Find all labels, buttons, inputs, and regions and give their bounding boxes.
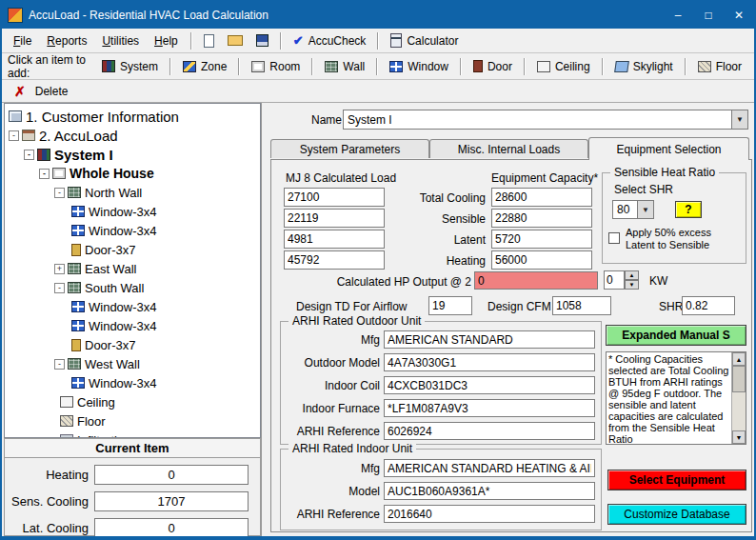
- wall-icon: [68, 263, 81, 274]
- outdoor-arhi-reference-input[interactable]: [384, 422, 595, 440]
- shr-combobox[interactable]: 80 ▼: [612, 200, 654, 219]
- tree-item-label: Window-3x4: [89, 205, 157, 219]
- chevron-up-icon: ▲: [629, 272, 635, 278]
- tree-item-window[interactable]: Window-3x4: [5, 202, 260, 221]
- expanded-manual-s-button[interactable]: Expanded Manual S: [606, 325, 746, 346]
- dropdown-button[interactable]: ▼: [731, 110, 747, 129]
- design-cfm-input[interactable]: [552, 296, 611, 315]
- tree-collapse-icon[interactable]: -: [24, 150, 34, 160]
- add-window-button[interactable]: Window: [383, 58, 455, 75]
- scrollbar-thumb[interactable]: [732, 366, 746, 392]
- menu-reports[interactable]: Reports: [39, 31, 94, 50]
- menu-help[interactable]: Help: [147, 31, 186, 50]
- tree-item-whole-house[interactable]: -Whole House: [5, 164, 260, 183]
- hp-output-field[interactable]: [474, 271, 598, 290]
- open-folder-icon: [228, 35, 243, 46]
- apply-excess-checkbox[interactable]: [608, 232, 620, 244]
- spinner-up-button[interactable]: ▲: [625, 270, 639, 280]
- spinner-down-button[interactable]: ▼: [625, 280, 639, 290]
- add-ceiling-button[interactable]: Ceiling: [530, 58, 597, 75]
- customize-database-button[interactable]: Customize Database: [607, 504, 746, 525]
- mj8-heating-input[interactable]: [284, 250, 385, 270]
- tree-item-window[interactable]: Window-3x4: [5, 297, 260, 316]
- tree-item-system-i[interactable]: -System I: [5, 145, 260, 164]
- tree-item-floor[interactable]: Floor: [5, 411, 260, 430]
- tree-item-south-wall[interactable]: -South Wall: [5, 278, 260, 297]
- tree-collapse-icon[interactable]: -: [54, 359, 65, 370]
- open-button[interactable]: [221, 33, 249, 48]
- tree-item-east-wall[interactable]: +East Wall: [5, 259, 260, 278]
- tree-collapse-icon[interactable]: -: [9, 130, 19, 141]
- save-button[interactable]: [249, 32, 275, 49]
- tree-item-accuload[interactable]: -2. AccuLoad: [5, 126, 260, 145]
- tree-item-infiltration[interactable]: Infiltration: [5, 430, 260, 438]
- shr-help-button[interactable]: ?: [675, 201, 702, 218]
- indoor-mfg-input[interactable]: [384, 459, 595, 477]
- dropdown-button[interactable]: ▼: [637, 201, 653, 218]
- shr-input[interactable]: [682, 296, 735, 315]
- scroll-down-button[interactable]: ▼: [732, 430, 746, 444]
- chevron-down-icon: ▼: [629, 282, 635, 288]
- menu-file[interactable]: File: [6, 31, 39, 50]
- mj8-total-cooling-input[interactable]: [284, 188, 385, 207]
- chevron-down-icon: ▼: [736, 434, 743, 441]
- add-floor-button[interactable]: Floor: [691, 58, 748, 75]
- tree-collapse-icon[interactable]: -: [54, 188, 65, 198]
- tab-system-parameters[interactable]: System Parameters: [270, 139, 429, 158]
- tree-collapse-icon[interactable]: -: [54, 283, 65, 293]
- tree-item-west-wall[interactable]: -West Wall: [5, 354, 260, 373]
- add-door-button[interactable]: Door: [467, 58, 519, 75]
- select-equipment-button[interactable]: Select Equipment: [607, 470, 746, 490]
- capacity-latent-input[interactable]: [491, 230, 592, 249]
- indoor-furnace-input[interactable]: [384, 399, 595, 417]
- outdoor-mfg-input[interactable]: [384, 330, 595, 349]
- indoor-arhi-reference-input[interactable]: [384, 505, 595, 523]
- indoor-model-input[interactable]: [384, 482, 595, 500]
- capacity-sensible-input[interactable]: [491, 209, 592, 228]
- add-skylight-button[interactable]: Skylight: [608, 58, 680, 75]
- add-system-button[interactable]: System: [95, 58, 165, 75]
- tree-item-north-wall[interactable]: -North Wall: [5, 183, 260, 202]
- tab-misc-internal-loads[interactable]: Misc. Internal Loads: [429, 139, 588, 158]
- door-icon: [473, 60, 483, 72]
- tree-item-door[interactable]: Door-3x7: [5, 240, 260, 259]
- mj8-latent-input[interactable]: [284, 230, 385, 249]
- chevron-down-icon: ▼: [736, 115, 744, 124]
- calculator-button[interactable]: Calculator: [384, 31, 465, 50]
- menu-utilities[interactable]: Utilities: [94, 31, 147, 50]
- delete-button[interactable]: ✗ Delete: [8, 82, 74, 101]
- title-bar: AccuLoad - Residential HVAC Load Calcula…: [2, 2, 754, 29]
- system-name-combobox[interactable]: System I ▼: [343, 110, 748, 130]
- separator: [190, 32, 192, 50]
- floor-icon: [698, 61, 711, 72]
- tree-expand-icon[interactable]: +: [54, 264, 65, 274]
- scroll-up-button[interactable]: ▲: [732, 352, 746, 366]
- mj8-sensible-input[interactable]: [284, 209, 385, 228]
- tree-item-window[interactable]: Window-3x4: [5, 221, 260, 240]
- capacity-heating-input[interactable]: [491, 250, 592, 270]
- outdoor-model-input[interactable]: [384, 353, 595, 371]
- add-wall-button[interactable]: Wall: [318, 58, 371, 75]
- maximize-button[interactable]: □: [693, 2, 724, 29]
- capacity-total-cooling-input[interactable]: [491, 188, 592, 207]
- tree-item-ceiling[interactable]: Ceiling: [5, 392, 260, 411]
- tree-collapse-icon[interactable]: -: [39, 169, 50, 179]
- window-title: AccuLoad - Residential HVAC Load Calcula…: [29, 9, 663, 22]
- tree-item-window[interactable]: Window-3x4: [5, 316, 260, 335]
- close-button[interactable]: ✕: [724, 2, 754, 29]
- tree-item-window[interactable]: Window-3x4: [5, 373, 260, 392]
- total-cooling-label: Total Cooling: [390, 191, 486, 205]
- door-icon: [71, 339, 81, 351]
- design-td-input[interactable]: [428, 296, 472, 315]
- accucheck-button[interactable]: ✔ AccuCheck: [287, 31, 373, 50]
- indoor-coil-input[interactable]: [384, 376, 595, 394]
- tree-item-customer-information[interactable]: 1. Customer Information: [5, 107, 260, 126]
- kw-spinner-input[interactable]: [604, 270, 625, 290]
- add-room-button[interactable]: Room: [245, 58, 307, 75]
- tab-equipment-selection[interactable]: Equipment Selection: [588, 137, 749, 160]
- note-scrollbar[interactable]: ▲ ▼: [731, 352, 746, 444]
- add-zone-button[interactable]: Zone: [176, 58, 233, 75]
- new-button[interactable]: [197, 32, 221, 50]
- tree-item-door[interactable]: Door-3x7: [5, 335, 260, 354]
- minimize-button[interactable]: –: [663, 2, 693, 29]
